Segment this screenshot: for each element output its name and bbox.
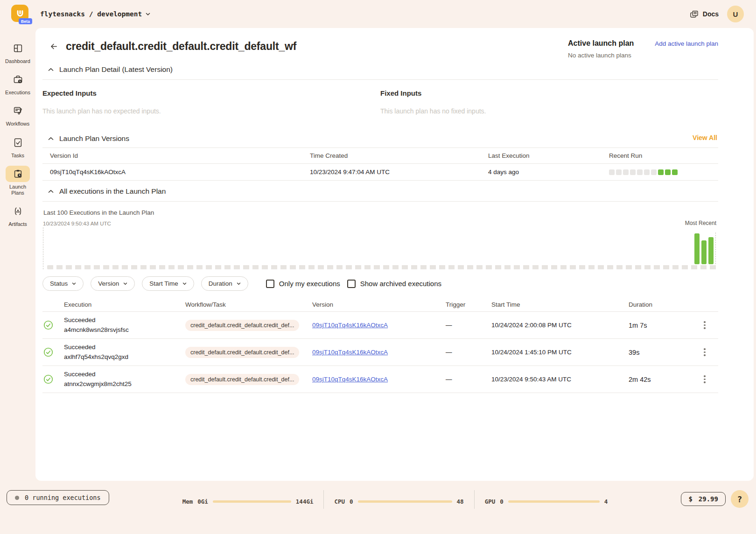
fixed-inputs-empty-text: This launch plan has no fixed inputs.	[380, 107, 718, 115]
meter-bar	[508, 500, 600, 503]
expected-inputs-panel: Expected Inputs This launch plan has no …	[42, 89, 380, 115]
status-footer: 0 running executions Mem 0Gi 144Gi CPU 0…	[0, 481, 756, 534]
time-created-value: 10/23/2024 9:47:04 AM UTC	[310, 169, 488, 176]
section-title: Launch Plan Detail (Latest Version)	[59, 65, 173, 74]
start-time-filter-button[interactable]: Start Time	[142, 276, 194, 291]
sidebar-item-tasks[interactable]: Tasks	[0, 134, 35, 159]
recent-run-track	[609, 169, 718, 175]
running-executions-button[interactable]: 0 running executions	[7, 490, 109, 505]
sidebar-item-label: Workflows	[6, 121, 30, 127]
execution-row[interactable]: Succeeded a4mcnk8wsn28rsvjsfsc credit_de…	[42, 312, 718, 338]
trigger-value: —	[440, 376, 491, 383]
section-launch-plan-detail-toggle[interactable]: Launch Plan Detail (Latest Version)	[42, 59, 718, 79]
dashboard-icon	[13, 43, 23, 54]
row-menu-kebab-icon[interactable]	[691, 346, 718, 358]
sidebar-item-artifacts[interactable]: Artifacts	[0, 203, 35, 227]
recent-run-cell-empty	[644, 169, 650, 175]
union-logo[interactable]: Beta	[11, 5, 30, 23]
row-menu-kebab-icon[interactable]	[691, 319, 718, 331]
execution-status: Succeeded	[64, 370, 185, 379]
page-title: credit_default.credit_default.credit_def…	[66, 40, 296, 53]
section-launch-plan-versions-toggle[interactable]: Launch Plan Versions	[42, 128, 129, 148]
artifacts-icon	[13, 206, 23, 217]
chevron-down-icon	[72, 282, 76, 285]
filters-row: Status Version Start Time Duration Only …	[42, 276, 718, 291]
only-my-executions-toggle[interactable]: Only my executions	[266, 280, 340, 288]
topbar: Beta flytesnacks / development Docs U	[0, 0, 756, 28]
execution-row[interactable]: Succeeded axlhf7q54xhs2qvq2gxd credit_de…	[42, 339, 718, 365]
meter-max: 4	[604, 498, 608, 505]
sidebar-item-workflows[interactable]: Workflows	[0, 103, 35, 127]
sidebar-item-executions[interactable]: Executions	[0, 71, 35, 96]
chevron-up-icon	[48, 68, 54, 71]
back-button[interactable]	[49, 41, 59, 52]
meter-divider	[323, 490, 324, 509]
section-all-executions-toggle[interactable]: All executions in the Launch Plan	[42, 181, 718, 201]
version-link[interactable]: 09sjT10qTq4sK16kAOtxcA	[312, 322, 388, 329]
execution-status: Succeeded	[64, 343, 185, 352]
chart-most-recent-label: Most Recent	[685, 220, 718, 226]
add-active-launch-plan-link[interactable]: Add active launch plan	[655, 40, 718, 47]
no-active-launch-plans-text: No active launch plans	[568, 52, 718, 59]
meter-label: CPU	[334, 498, 345, 505]
version-link[interactable]: 09sjT10qTq4sK16kAOtxcA	[312, 376, 388, 383]
execution-id: axlhf7q54xhs2qvq2gxd	[64, 352, 185, 362]
fixed-inputs-title: Fixed Inputs	[380, 89, 718, 97]
meter-label: Mem	[182, 498, 193, 505]
succeeded-check-icon	[43, 347, 53, 357]
user-avatar[interactable]: U	[727, 6, 744, 22]
credits-button[interactable]: $ 29.99	[681, 492, 726, 506]
duration-filter-button[interactable]: Duration	[201, 276, 248, 291]
cpu-meter: CPU 0 48	[334, 498, 463, 505]
meter-current: 0	[500, 498, 504, 505]
chevron-down-icon	[182, 282, 187, 285]
recent-run-cell-succeeded	[672, 169, 678, 175]
col-workflow-task: Workflow/Task	[185, 301, 312, 308]
col-duration: Duration	[624, 301, 680, 308]
meter-current: 0	[350, 498, 353, 505]
start-time-value: 10/24/2024 2:00:08 PM UTC	[491, 322, 624, 329]
row-menu-kebab-icon[interactable]	[691, 373, 718, 385]
execution-bar[interactable]	[708, 237, 714, 264]
version-filter-button[interactable]: Version	[91, 276, 135, 291]
sidebar-item-label: Dashboard	[5, 58, 30, 64]
col-version-id: Version Id	[50, 152, 310, 159]
chevron-down-icon	[237, 282, 241, 285]
start-time-value: 10/23/2024 9:50:43 AM UTC	[491, 376, 624, 383]
col-last-execution: Last Execution	[488, 152, 609, 159]
launch-plans-icon	[13, 169, 23, 179]
execution-status: Succeeded	[64, 316, 185, 325]
sidebar-item-dashboard[interactable]: Dashboard	[0, 40, 35, 64]
fixed-inputs-panel: Fixed Inputs This launch plan has no fix…	[380, 89, 718, 115]
version-id-value: 09sjT10qTq4sK16kAOtxcA	[50, 169, 310, 176]
back-arrow-icon	[49, 42, 58, 51]
executions-table-header: Execution Workflow/Task Version Trigger …	[42, 297, 718, 311]
sidebar-item-label: Launch Plans	[4, 184, 32, 196]
execution-bar[interactable]	[701, 240, 707, 264]
execution-row[interactable]: Succeeded atnnx2cwgmjx8m2cht25 credit_de…	[42, 366, 718, 393]
version-link[interactable]: 09sjT10qTq4sK16kAOtxcA	[312, 349, 388, 356]
docs-button[interactable]: Docs	[689, 9, 719, 19]
help-button[interactable]: ?	[731, 490, 749, 508]
meter-max: 48	[457, 498, 464, 505]
recent-run-cell-empty	[630, 169, 636, 175]
execution-bar[interactable]	[694, 233, 700, 264]
last-execution-value: 4 days ago	[488, 169, 609, 176]
project-domain-breadcrumb[interactable]: flytesnacks / development	[40, 10, 150, 18]
recent-run-cell-empty	[616, 169, 622, 175]
sidebar: Dashboard Executions Workflows Tasks Lau…	[0, 28, 35, 481]
status-filter-button[interactable]: Status	[42, 276, 84, 291]
sidebar-item-launch-plans[interactable]: Launch Plans	[0, 166, 35, 196]
versions-table-header: Version Id Time Created Last Execution R…	[42, 148, 718, 163]
duration-value: 39s	[624, 349, 680, 356]
execution-id: atnnx2cwgmjx8m2cht25	[64, 379, 185, 389]
version-row[interactable]: 09sjT10qTq4sK16kAOtxcA 10/23/2024 9:47:0…	[42, 164, 718, 180]
sidebar-item-label: Executions	[5, 90, 30, 96]
show-archived-executions-toggle[interactable]: Show archived executions	[347, 280, 441, 288]
chevron-up-icon	[48, 137, 54, 141]
col-time-created: Time Created	[310, 152, 488, 159]
chart-title: Last 100 Executions in the Launch Plan	[43, 202, 718, 216]
chart-bars	[694, 232, 716, 264]
meter-divider	[474, 490, 475, 509]
view-all-link[interactable]: View All	[693, 134, 717, 141]
